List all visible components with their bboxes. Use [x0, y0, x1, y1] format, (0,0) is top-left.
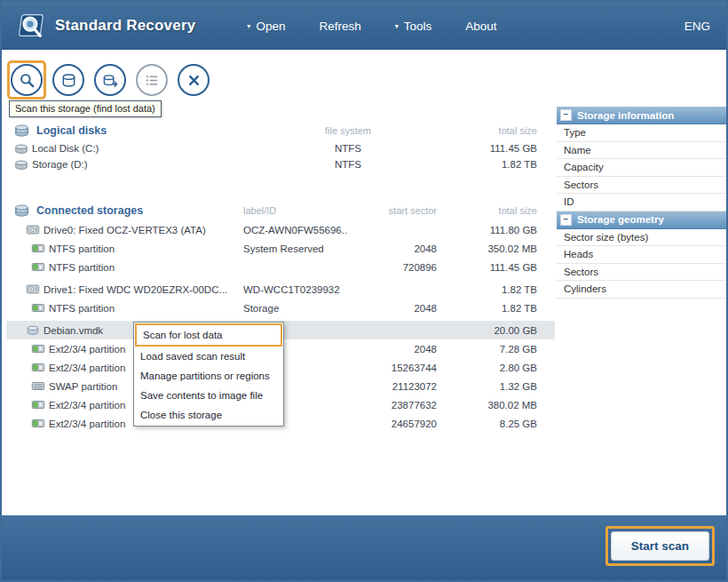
magnifier-icon	[19, 72, 36, 89]
storage-information-header: − Storage information	[557, 107, 726, 124]
section-title-connected-storages: Connected storages	[6, 203, 241, 218]
column-header-start-sector: start sector	[348, 205, 437, 216]
column-header-total-size: total size	[437, 205, 537, 216]
logical-disk-row[interactable]: Storage (D:) NTFS 1.82 TB	[6, 156, 555, 172]
partition-icon	[31, 261, 45, 273]
context-menu-item-load-saved-scan-result[interactable]: Load saved scan result	[134, 347, 283, 366]
app-logo-icon	[12, 10, 46, 42]
open-storage-button[interactable]	[52, 64, 84, 96]
storage-geometry-header: − Storage geometry	[557, 211, 726, 229]
connected-storages-header: Connected storages label/ID start sector…	[6, 201, 555, 220]
menu-open[interactable]: ▾ Open	[247, 20, 285, 33]
context-menu-item-manage-partitions[interactable]: Manage partitions or regions	[134, 366, 283, 386]
storage-tools-button[interactable]	[94, 64, 126, 96]
context-menu-item-save-contents-to-image[interactable]: Save contents to image file	[134, 386, 283, 405]
field-label: Heads	[564, 249, 593, 259]
annotation-ring-start-scan: Start scan	[605, 526, 715, 566]
caret-down-icon: ▾	[247, 23, 250, 30]
drive-icon	[26, 224, 40, 235]
info-field-row: Sectors	[557, 177, 726, 195]
logical-disks-header: Logical disks file system total size	[6, 121, 555, 140]
partition-row[interactable]: NTFS partition System Reserved 2048 350.…	[6, 239, 555, 258]
info-field-row: Name	[557, 142, 726, 160]
field-label: Name	[564, 145, 591, 155]
field-label: Cylinders	[564, 283, 606, 294]
partition-icon	[31, 399, 45, 411]
menu-refresh[interactable]: Refresh	[319, 20, 360, 33]
menu-refresh-label: Refresh	[319, 20, 360, 33]
drive-icon	[26, 283, 40, 295]
menu-about[interactable]: About	[465, 20, 496, 33]
toolbar-slot	[91, 60, 130, 100]
field-label: Sector size (bytes)	[564, 232, 648, 243]
swap-partition-icon	[31, 380, 45, 392]
tooltip: Scan this storage (find lost data)	[9, 100, 162, 117]
info-field-row: ID	[557, 194, 726, 211]
disk-icon	[14, 143, 28, 155]
field-label: Sectors	[564, 179, 598, 190]
toolbar	[7, 60, 213, 100]
app-title: Standard Recovery	[55, 17, 195, 35]
partition-icon	[31, 418, 45, 429]
context-menu-item-close-this-storage[interactable]: Close this storage	[134, 405, 283, 425]
list-icon	[144, 72, 161, 89]
column-header-file-system: file system	[259, 125, 437, 136]
partition-icon	[31, 243, 45, 254]
field-label: ID	[564, 196, 574, 207]
info-field-row: Cylinders	[557, 281, 726, 299]
annotation-ring-scan	[7, 60, 46, 100]
footer-bar: Start scan	[2, 515, 726, 580]
disk-image-icon	[26, 324, 40, 336]
info-field-row: Capacity	[557, 159, 726, 177]
partition-row[interactable]: NTFS partition 720896 111.45 GB	[6, 258, 555, 276]
info-field-row: Heads	[557, 246, 726, 264]
menu-tools[interactable]: ▾ Tools	[395, 20, 432, 33]
menu-open-label: Open	[256, 20, 285, 33]
menu-tools-label: Tools	[404, 20, 432, 33]
language-selector[interactable]: ENG	[684, 20, 710, 33]
field-label: Capacity	[564, 162, 604, 172]
storage-information-title: Storage information	[577, 110, 674, 121]
logical-disk-row[interactable]: Local Disk (C:) NTFS 111.45 GB	[6, 140, 555, 156]
context-menu: Scan for lost data Load saved scan resul…	[133, 322, 284, 427]
partition-icon	[31, 343, 45, 355]
storage-stack-icon	[12, 124, 31, 138]
toolbar-slot	[174, 60, 213, 100]
toolbar-slot	[49, 60, 88, 100]
drive-row[interactable]: Drive1: Fixed WDC WD20EZRX-00DC... WD-WC…	[6, 280, 555, 299]
disk-arrow-icon	[102, 72, 119, 89]
main-menu: ▾ Open Refresh ▾ Tools About	[247, 20, 496, 33]
app-window: Standard Recovery ▾ Open Refresh ▾ Tools…	[0, 0, 728, 582]
scan-storage-button[interactable]	[11, 64, 43, 96]
collapse-button[interactable]: −	[560, 109, 572, 121]
storage-geometry-title: Storage geometry	[577, 214, 664, 225]
collapse-button[interactable]: −	[560, 214, 572, 226]
toolbar-slot	[132, 60, 171, 100]
info-field-row: Type	[557, 124, 726, 142]
title-bar: Standard Recovery ▾ Open Refresh ▾ Tools…	[2, 2, 726, 50]
storage-stack-icon	[12, 203, 31, 218]
start-scan-button[interactable]: Start scan	[611, 531, 709, 561]
close-icon	[186, 72, 202, 89]
section-title-logical-disks: Logical disks	[6, 124, 259, 138]
view-options-button[interactable]	[136, 64, 168, 96]
partition-icon	[31, 362, 45, 373]
drive-row[interactable]: Drive0: Fixed OCZ-VERTEX3 (ATA) OCZ-AWN0…	[6, 220, 555, 239]
disk-icon	[14, 159, 28, 171]
caret-down-icon: ▾	[395, 23, 399, 30]
disk-icon	[60, 72, 77, 89]
field-label: Type	[564, 127, 586, 138]
menu-about-label: About	[465, 20, 496, 33]
context-menu-item-scan-for-lost-data[interactable]: Scan for lost data	[137, 325, 281, 345]
column-header-label-id: label/ID	[241, 205, 348, 216]
close-storage-button[interactable]	[178, 64, 210, 96]
info-field-row: Sectors	[557, 264, 726, 282]
field-label: Sectors	[564, 267, 598, 277]
column-header-total-size: total size	[437, 125, 537, 136]
info-field-row: Sector size (bytes)	[557, 229, 726, 247]
annotation-ring-menu: Scan for lost data	[135, 323, 282, 347]
partition-icon	[31, 302, 45, 314]
info-panel: − Storage information Type Name Capacity…	[557, 107, 726, 299]
partition-row[interactable]: NTFS partition Storage 2048 1.82 TB	[6, 299, 555, 317]
